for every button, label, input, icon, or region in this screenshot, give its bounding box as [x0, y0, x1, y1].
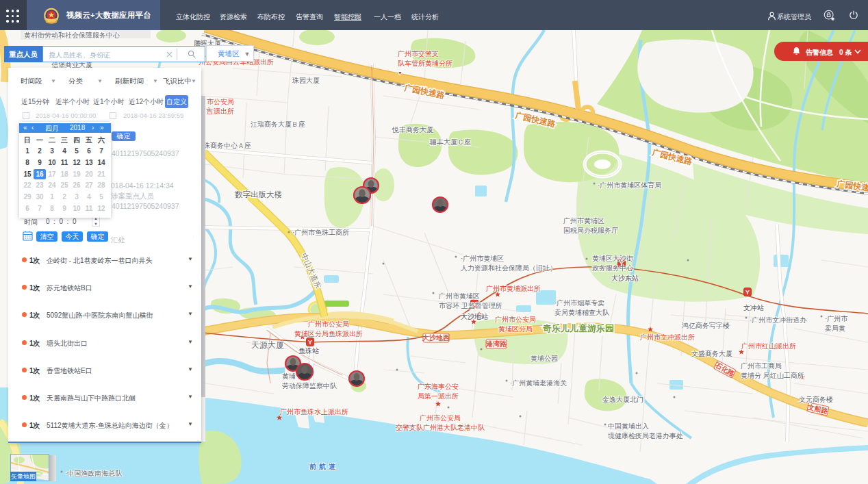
svg-text:Y: Y: [745, 288, 750, 296]
svg-text:大沙地西: 大沙地西: [422, 334, 450, 342]
svg-text:Y: Y: [308, 338, 313, 346]
svg-text:奇乐儿儿童游乐园: 奇乐儿儿童游乐园: [542, 323, 614, 333]
svg-text:港湾路: 港湾路: [485, 340, 507, 348]
